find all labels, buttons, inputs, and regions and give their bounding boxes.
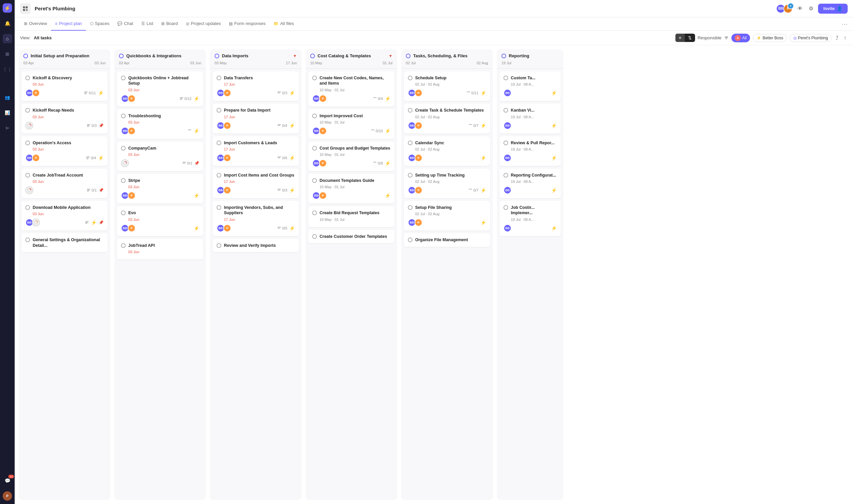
tab-form-responses[interactable]: ▤ Form responses [225,17,270,31]
chip-better-boss[interactable]: ⚡ Better Boss [753,34,787,42]
sidebar-user-avatar[interactable]: P [3,491,12,501]
card-companycam[interactable]: CompanyCam 03 Jun 0/1 📌 [117,142,203,171]
card-download-mobile[interactable]: Download Mobile Application 03 Jun BB [21,201,108,231]
card-operations-access[interactable]: Operation's Access 03 Jun BB P 0/4 ⚡ [21,136,108,166]
sidebar-team[interactable]: 👥 [3,93,12,102]
tab-spaces[interactable]: ⬡ Spaces [86,17,113,31]
svg-rect-11 [87,124,90,125]
card-evo[interactable]: Evo 03 Jun BB P ⚡ [117,206,203,236]
task-count [85,220,89,224]
sidebar-notifications[interactable]: 🔔 [3,19,12,28]
card-date: 10 May · 01 Jul [320,88,391,92]
card-import-improved-cost[interactable]: Import Improved Cost 10 May · 01 Jul BB … [308,109,394,139]
svg-rect-46 [469,124,472,125]
tab-board[interactable]: ⊞ Board [157,17,182,31]
card-create-jobtread[interactable]: Create JobTread Account 03 Jun 0/1 [21,168,108,198]
sidebar-messages[interactable]: 💬 [3,476,12,485]
invite-button[interactable]: Invite 👤 [818,4,848,14]
card-title: Job Costir... Implemer... [511,205,557,216]
tab-chat[interactable]: 💬 Chat [113,17,137,31]
chip-better-boss-label: Better Boss [763,36,783,40]
card-title: Create Customer Order Templates [320,234,391,239]
card-reporting-config[interactable]: Reporting Configurat... 19 Jul · 08 A...… [499,168,561,198]
card-date: 19 Jul · 08 A... [511,217,557,221]
card-document-templates[interactable]: Document Templates Guide 10 May · 01 Jul… [308,174,394,203]
tab-overview[interactable]: ⊞ Overview [20,17,51,31]
avatar-stack: BB P [408,186,423,194]
export-button[interactable]: ⤴ [834,34,840,42]
task-count-icon [87,188,91,192]
column-reporting: Reporting 19 Jul Custom Ta... 19 Jul · 0… [497,49,564,500]
tab-list[interactable]: ☰ List [137,17,157,31]
card-review-verify[interactable]: Review and Verify Imports [213,239,299,252]
card-custom-ta[interactable]: Custom Ta... 19 Jul · 08 A... BB ⚡ [499,71,561,101]
sidebar-filter[interactable]: ⊫ [3,123,12,132]
card-jobtread-api[interactable]: JobTread API 03 Jun [117,239,203,259]
sidebar-menu[interactable]: ⋮⋮ [3,65,12,74]
invite-label: Invite [823,6,835,11]
tab-project-updates[interactable]: ◎ Project updates [182,17,225,31]
card-date: 19 Jul · 08 A... [511,115,557,119]
card-calendar-sync[interactable]: Calendar Sync 02 Jul · 02 Aug BB P ⚡ [404,136,490,166]
view-label: View: [20,35,31,40]
card-organize-file-mgmt[interactable]: Organize File Management [404,233,490,247]
card-cost-groups-budget[interactable]: Cost Groups and Budget Templates 10 May … [308,142,394,171]
nav-more-button[interactable]: ⋯ [842,20,848,28]
avatar-stack: BB P [121,95,136,103]
settings-button[interactable]: ⚙ [807,4,815,13]
card-title: Reporting Configurat... [511,173,557,178]
avatar: BB [503,154,512,162]
sidebar-reports[interactable]: 📊 [3,108,12,117]
card-date: 17 Jun [224,115,295,119]
column-data-imports-header: Data Imports ▼ [210,49,302,61]
card-troubleshooting[interactable]: Troubleshooting 03 Jun BB P ⚡ [117,109,203,139]
responsible-filter-icon[interactable] [724,36,729,40]
card-kickoff-recap[interactable]: Kickoff Recap Needs 03 Jun 0/3 [21,104,108,133]
view-value[interactable]: All tasks [34,35,52,40]
card-general-settings[interactable]: General Settings & Organizational Detail… [21,233,108,252]
card-date: 02 Jul · 02 Aug [415,212,486,216]
share-button[interactable]: ↑ [842,34,848,42]
card-customer-order-templates[interactable]: Create Customer Order Templates [308,230,394,243]
avatar-stack: BB P [217,154,231,162]
chip-all[interactable]: A All [731,34,750,42]
card-create-cost-codes[interactable]: Create New Cost Codes, Names, and Items … [308,71,394,107]
card-bid-request-templates[interactable]: Create Bid Request Templates 10 May · 01… [308,206,394,227]
task-count-value: 0/1 [187,161,192,165]
avatar-stack: BB P [312,95,327,103]
tab-project-plan[interactable]: ≡ Project plan [51,17,86,31]
card-import-cost-items[interactable]: Import Cost Items and Cost Groups 17 Jun… [213,168,299,198]
card-kickoff-discovery[interactable]: Kickoff & Discovery 03 Jun BB P 0/11 ⚡ [21,71,108,101]
col-date-start: 10 May [310,61,322,65]
toggle-filter-view[interactable]: ⇅ [685,34,695,42]
card-data-transfers[interactable]: Data Transfers 17 Jun BB P 0/3 ⚡ [213,71,299,101]
card-import-customers[interactable]: Import Customers & Leads 17 Jun BB P 0/6… [213,136,299,166]
sidebar-grid[interactable]: ⊞ [3,49,12,59]
card-time-tracking[interactable]: Setting up Time Tracking 02 Jul · 02 Aug… [404,168,490,198]
avatar-stack [25,186,33,194]
task-count: 0/7 [468,124,479,128]
svg-rect-15 [86,158,89,158]
card-review-pull[interactable]: Review & Pull Repor... 19 Jul · 08 A... … [499,136,561,166]
task-count-icon [277,91,281,95]
sidebar-home[interactable]: ⌂ [3,34,12,43]
card-schedule-setup[interactable]: Schedule Setup 02 Jul · 02 Aug BB P 0/11… [404,71,490,101]
card-job-costing[interactable]: Job Costir... Implemer... 19 Jul · 08 A.… [499,201,561,236]
card-importing-vendors[interactable]: Importing Vendors, Subs, and Suppliers 1… [213,201,299,236]
eye-button[interactable]: 👁 [796,4,804,13]
task-count: 0/3 [87,124,96,128]
card-create-task-schedule[interactable]: Create Task & Schedule Templates 02 Jul … [404,104,490,133]
card-status-circle [217,76,221,80]
tab-all-files[interactable]: 📁 All files [270,17,298,31]
task-count-icon [277,188,281,192]
card-setup-file-sharing[interactable]: Setup File Sharing 02 Jul · 02 Aug BB P … [404,201,490,231]
sidebar-logo[interactable]: ⚡ [3,3,12,13]
task-count-icon [180,96,183,101]
card-quickbooks-setup[interactable]: Quickbooks Online + Jobtread Setup 03 Ju… [117,71,203,107]
chip-perets-plumbing[interactable]: ◎ Peret's Plumbing [790,34,832,42]
card-stripe[interactable]: Stripe 03 Jun BB P ⚡ [117,174,203,203]
toggle-list-view[interactable]: ≡ [675,34,685,42]
card-status-circle [25,205,30,210]
card-prepare-data-import[interactable]: Prepare for Data Import 17 Jun BB P 0/4 … [213,104,299,133]
card-kanban-vi[interactable]: Kanban Vi... 19 Jul · 08 A... BB ⚡ [499,104,561,133]
